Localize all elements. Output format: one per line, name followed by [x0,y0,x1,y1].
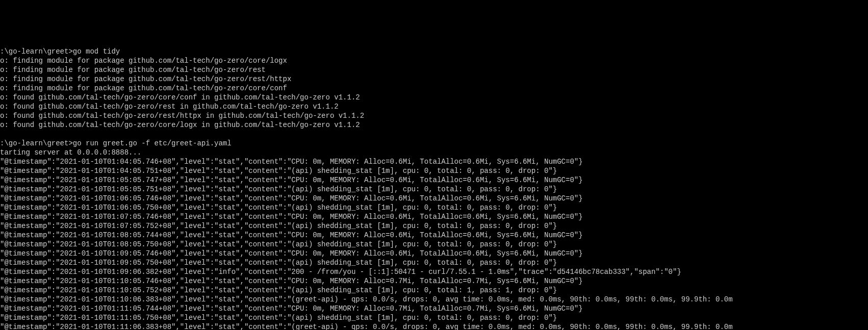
terminal-line: "@timestamp":"2021-01-10T01:08:05.750+08… [0,240,868,249]
terminal-line: "@timestamp":"2021-01-10T01:09:06.382+08… [0,267,868,276]
terminal-line: o: finding module for package github.com… [0,74,868,84]
terminal-line: "@timestamp":"2021-01-10T01:08:05.744+08… [0,231,868,240]
terminal-line: "@timestamp":"2021-01-10T01:04:05.751+08… [0,166,868,175]
terminal-line: o: finding module for package github.com… [0,56,868,65]
terminal-line: "@timestamp":"2021-01-10T01:07:05.752+08… [0,221,868,231]
terminal-line: o: finding module for package github.com… [0,84,868,93]
terminal-line [0,130,868,139]
terminal-line: o: finding module for package github.com… [0,65,868,74]
terminal-line: o: found github.com/tal-tech/go-zero/res… [0,111,868,120]
terminal-line: :\go-learn\greet>go mod tidy [0,47,868,56]
terminal-line: o: found github.com/tal-tech/go-zero/cor… [0,120,868,130]
terminal-line: "@timestamp":"2021-01-10T01:10:06.383+08… [0,295,868,304]
terminal-line: "@timestamp":"2021-01-10T01:11:06.383+08… [0,322,868,330]
terminal-line: "@timestamp":"2021-01-10T01:04:05.746+08… [0,157,868,166]
terminal-line: "@timestamp":"2021-01-10T01:09:05.750+08… [0,258,868,267]
terminal-output[interactable]: :\go-learn\greet>go mod tidyo: finding m… [0,46,868,330]
terminal-line: "@timestamp":"2021-01-10T01:10:05.746+08… [0,276,868,286]
terminal-line: "@timestamp":"2021-01-10T01:11:05.744+08… [0,304,868,313]
terminal-line: o: found github.com/tal-tech/go-zero/cor… [0,93,868,102]
terminal-line: "@timestamp":"2021-01-10T01:06:05.746+08… [0,194,868,203]
terminal-line: o: found github.com/tal-tech/go-zero/res… [0,102,868,111]
terminal-line: "@timestamp":"2021-01-10T01:11:05.750+08… [0,313,868,322]
terminal-line: "@timestamp":"2021-01-10T01:05:05.747+08… [0,175,868,185]
terminal-line: "@timestamp":"2021-01-10T01:10:05.752+08… [0,286,868,295]
terminal-line: tarting server at 0.0.0.0:8888... [0,148,868,157]
terminal-line: "@timestamp":"2021-01-10T01:06:05.750+08… [0,203,868,212]
terminal-line: :\go-learn\greet>go run greet.go -f etc/… [0,139,868,148]
terminal-line: "@timestamp":"2021-01-10T01:05:05.751+08… [0,185,868,194]
terminal-line: "@timestamp":"2021-01-10T01:07:05.746+08… [0,212,868,221]
terminal-line: "@timestamp":"2021-01-10T01:09:05.746+08… [0,249,868,258]
